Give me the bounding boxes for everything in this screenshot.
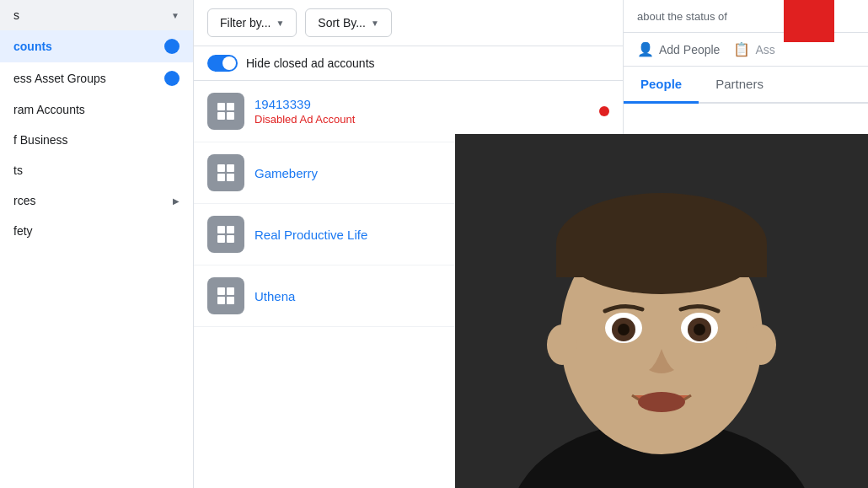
svg-rect-21: [556, 244, 767, 277]
sidebar-item-lob-label: f Business: [13, 133, 68, 147]
svg-rect-7: [227, 174, 234, 181]
account-icon-gameberry: [207, 154, 244, 191]
svg-rect-14: [217, 297, 225, 304]
filter-chevron-icon: ▼: [276, 19, 284, 28]
sidebar-item-accounts-label: counts: [13, 40, 52, 53]
sidebar-item-top-label: s: [13, 8, 19, 22]
svg-rect-12: [217, 287, 225, 295]
accounts-badge: [164, 39, 179, 54]
svg-rect-9: [227, 226, 234, 233]
svg-rect-15: [227, 297, 234, 304]
video-overlay: [455, 0, 868, 488]
sort-button[interactable]: Sort By... ▼: [305, 8, 391, 37]
svg-rect-3: [227, 112, 234, 120]
sidebar-item-resources-label: rces: [13, 194, 35, 207]
svg-point-27: [694, 324, 705, 335]
sidebar-item-accounts[interactable]: counts: [0, 30, 193, 62]
filter-label: Filter by...: [220, 16, 271, 29]
svg-rect-4: [217, 164, 225, 172]
ad-account-icon: [216, 101, 236, 121]
sidebar-item-safety-label: fety: [13, 224, 33, 238]
sidebar-item-top[interactable]: s ▼: [0, 0, 193, 30]
svg-point-29: [547, 324, 577, 365]
sidebar-item-ts[interactable]: ts: [0, 155, 193, 185]
sidebar-item-line-of-business[interactable]: f Business: [0, 125, 193, 155]
svg-rect-10: [217, 235, 225, 243]
sidebar: s ▼ counts ess Asset Groups ram Accounts…: [0, 0, 194, 488]
svg-rect-5: [227, 164, 234, 172]
sidebar-item-asset-groups[interactable]: ess Asset Groups: [0, 62, 193, 94]
chevron-down-icon: ▼: [171, 11, 179, 20]
ad-account-icon: [216, 163, 236, 183]
svg-rect-6: [217, 174, 225, 181]
svg-point-30: [746, 324, 776, 365]
svg-rect-8: [217, 226, 225, 233]
person-illustration: [455, 134, 868, 488]
toggle-label: Hide closed ad accounts: [246, 56, 375, 70]
svg-rect-13: [227, 287, 234, 295]
asset-groups-badge: [164, 71, 179, 86]
svg-rect-11: [227, 235, 234, 243]
ad-account-icon: [216, 286, 236, 306]
sidebar-item-safety[interactable]: fety: [0, 216, 193, 246]
hide-closed-toggle[interactable]: [207, 55, 238, 72]
sidebar-item-asset-groups-label: ess Asset Groups: [13, 72, 106, 85]
ad-account-icon: [216, 224, 236, 244]
svg-rect-1: [227, 103, 234, 110]
account-icon-rpl: [207, 216, 244, 253]
red-box-indicator: [784, 0, 834, 42]
filter-button[interactable]: Filter by... ▼: [207, 8, 297, 37]
sidebar-item-resources[interactable]: rces ▶: [0, 185, 193, 216]
sort-chevron-icon: ▼: [371, 19, 379, 28]
account-icon-uthena: [207, 277, 244, 314]
svg-point-26: [618, 324, 630, 335]
sidebar-item-instagram[interactable]: ram Accounts: [0, 94, 193, 125]
svg-rect-0: [217, 103, 225, 110]
svg-point-28: [638, 392, 685, 412]
sort-label: Sort By...: [318, 16, 366, 29]
video-face: [455, 134, 868, 488]
sidebar-item-instagram-label: ram Accounts: [13, 103, 85, 116]
svg-rect-2: [217, 112, 225, 120]
chevron-right-icon: ▶: [173, 196, 179, 206]
account-icon-19413339: [207, 93, 244, 130]
sidebar-item-ts-label: ts: [13, 164, 23, 177]
